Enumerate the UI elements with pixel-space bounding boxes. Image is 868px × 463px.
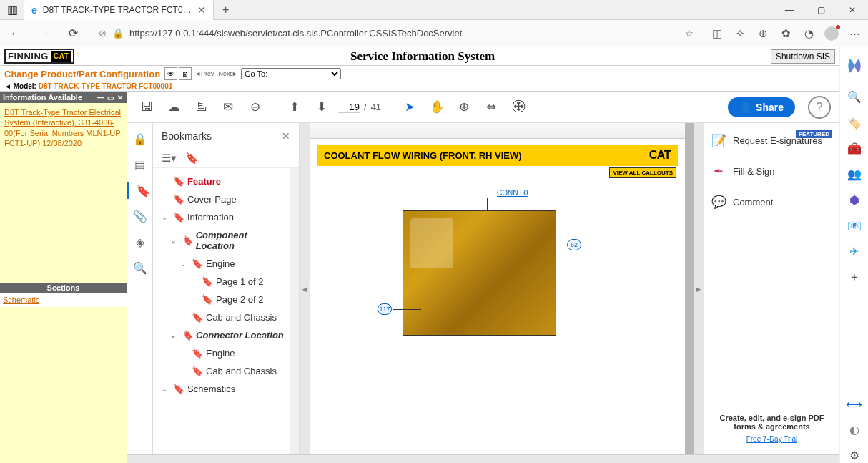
bm-page1[interactable]: 🔖Page 1 of 2 (159, 273, 287, 291)
cat-logo: CAT (649, 149, 671, 162)
fill-sign-button[interactable]: ✒ Fill & Sign (711, 161, 832, 182)
view-icon[interactable]: 👁 (164, 67, 177, 80)
zoom-out-icon[interactable]: ⊖ (245, 97, 266, 118)
extension-icon[interactable]: ✿ (778, 26, 794, 42)
view-all-callouts-button[interactable]: VIEW ALL CALLOUTS (609, 167, 676, 178)
schematic-link[interactable]: Schematic (3, 296, 39, 304)
promo-text: Create, edit, and e-sign PDF forms & agr… (711, 408, 832, 447)
ruler (310, 123, 685, 139)
print-icon[interactable]: 🗎 (179, 67, 192, 80)
help-icon[interactable]: ? (808, 96, 831, 119)
free-trial-link[interactable]: Free 7-Day Trial (711, 435, 832, 443)
window-maximize-button[interactable]: ▢ (805, 5, 837, 15)
more-icon[interactable]: ⋯ (847, 26, 862, 42)
bookmarks-tab-icon[interactable]: 🔖 (127, 182, 152, 199)
edge-sidebar-icon[interactable]: ◐ (847, 421, 862, 437)
window-minimize-button[interactable]: — (774, 5, 805, 15)
window-close-button[interactable]: ✕ (837, 5, 868, 15)
bm-find-icon[interactable]: 🔖 (185, 152, 199, 165)
request-esignatures-button[interactable]: FEATURED 📝 Request E-signatures (711, 130, 832, 151)
bm-page2[interactable]: 🔖Page 2 of 2 (159, 291, 287, 308)
bm-component-location[interactable]: ⌄🔖Component Location (159, 226, 287, 255)
pdf-horizontal-scrollbar[interactable] (127, 454, 839, 463)
attachments-icon[interactable]: 📎 (132, 208, 149, 225)
bm-cab-chassis2[interactable]: 🔖Cab and Chassis (159, 362, 287, 380)
outlook-icon[interactable]: 📧 (847, 218, 862, 233)
panel-controls[interactable]: — ▭ ✕ (97, 94, 124, 102)
search-icon[interactable]: 🔍 (132, 259, 149, 276)
info-available-header: Information Available — ▭ ✕ (0, 92, 127, 103)
close-bookmarks-icon[interactable]: ✕ (282, 130, 290, 142)
bm-engine[interactable]: ⌄🔖Engine (159, 255, 287, 273)
save-icon[interactable]: 🖫 (136, 97, 157, 118)
conn60-link[interactable]: CONN 60 (497, 189, 528, 197)
address-bar[interactable]: ⊘ 🔒 https://127.0.0.1:444/sisweb/servlet… (92, 24, 701, 44)
email-icon[interactable]: ✉ (217, 97, 239, 118)
sections-header: Sections (0, 283, 127, 293)
new-tab-button[interactable]: + (214, 4, 238, 16)
bm-engine2[interactable]: 🔖Engine (159, 344, 287, 362)
comment-button[interactable]: 💬 Comment (711, 192, 832, 213)
app-menu-icon[interactable]: ▥ (0, 3, 24, 16)
copilot-icon[interactable] (842, 53, 867, 79)
collections-icon[interactable]: ⊕ (755, 26, 771, 42)
cloud-icon[interactable]: ☁ (163, 97, 184, 118)
pdf-page[interactable]: COOLANT FLOW WIRING (FRONT, RH VIEW) CAT… (310, 123, 685, 454)
bm-cover[interactable]: 🔖Cover Page (159, 190, 287, 208)
teamviewer-icon[interactable]: ⟷ (847, 396, 862, 411)
model-link[interactable]: D8T TRACK-TYPE TRACTOR FCT00001 (39, 82, 173, 90)
bm-feature[interactable]: 🔖Feature (159, 172, 287, 190)
profile-icon[interactable] (824, 26, 839, 42)
favorite-icon[interactable]: ☆ (685, 28, 694, 39)
callout-62[interactable]: 62 (567, 239, 581, 250)
lock-icon[interactable]: 🔒 (132, 130, 149, 147)
favorites-icon[interactable]: ✧ (732, 26, 748, 42)
share-button[interactable]: 👤 Share (728, 97, 795, 117)
print-icon[interactable]: 🖶 (190, 97, 212, 118)
page-down-icon[interactable]: ⬇ (311, 97, 332, 118)
collapse-rightpanel-button[interactable]: ► (694, 123, 704, 454)
pages-icon[interactable]: ▤ (132, 156, 149, 173)
bm-information[interactable]: ⌄🔖Information (159, 208, 287, 226)
site-info-icon[interactable]: ⊘ (99, 28, 107, 39)
shutdown-button[interactable]: Shutdown SIS (771, 49, 835, 64)
pointer-icon[interactable]: ➤ (399, 97, 420, 118)
office-icon[interactable]: ⬢ (847, 192, 862, 208)
layers-icon[interactable]: ◈ (132, 233, 149, 250)
toolbox-icon[interactable]: 🧰 (847, 140, 862, 156)
browser-tools-icon[interactable]: ◔ (801, 26, 817, 42)
next-button[interactable]: Next► (217, 70, 240, 77)
read-aloud-icon[interactable]: 🕀 (508, 97, 529, 118)
zoom-in-icon[interactable]: ⊕ (453, 97, 475, 118)
bookmarks-scrollbar[interactable] (290, 168, 299, 454)
back-button[interactable]: ← (6, 24, 26, 44)
bm-schematics[interactable]: ⌄🔖Schematics (159, 380, 287, 398)
goto-select[interactable]: Go To: (241, 68, 341, 79)
tab-close-icon[interactable]: ✕ (197, 4, 206, 16)
page-up-icon[interactable]: ⬆ (284, 97, 305, 118)
hand-icon[interactable]: ✋ (426, 97, 448, 118)
telegram-icon[interactable]: ✈ (847, 243, 862, 259)
bm-connector-location[interactable]: ⌄🔖Connector Location (159, 326, 287, 344)
page-number-input[interactable] (338, 102, 360, 113)
finning-logo: FINNINGCAT (4, 49, 74, 64)
callout-117[interactable]: 117 (378, 303, 392, 315)
page-total: 41 (371, 102, 381, 112)
search-sidebar-icon[interactable]: 🔍 (847, 89, 862, 104)
document-link[interactable]: D8T Track-Type Tractor Electrical System… (4, 107, 122, 148)
bm-cab-chassis[interactable]: 🔖Cab and Chassis (159, 308, 287, 326)
refresh-button[interactable]: ⟳ (63, 24, 83, 44)
shopping-icon[interactable]: 🏷️ (847, 114, 862, 130)
settings-gear-icon[interactable]: ⚙ (847, 447, 862, 463)
split-screen-icon[interactable]: ◫ (709, 26, 725, 42)
add-sidebar-icon[interactable]: ＋ (847, 269, 862, 285)
prev-button[interactable]: ◄Prev (193, 70, 215, 77)
featured-badge: FEATURED (796, 130, 832, 138)
collapse-bookmarks-button[interactable]: ◄ (300, 123, 310, 454)
lock-icon: 🔒 (112, 28, 124, 39)
change-product-link[interactable]: Change Product/Part Configuration (4, 69, 160, 79)
people-icon[interactable]: 👥 (847, 166, 862, 182)
fit-width-icon[interactable]: ⇔ (480, 97, 502, 118)
browser-tab[interactable]: e D8T TRACK-TYPE TRACTOR FCT0… ✕ (24, 0, 214, 20)
bm-options-icon[interactable]: ☰▾ (162, 152, 177, 165)
